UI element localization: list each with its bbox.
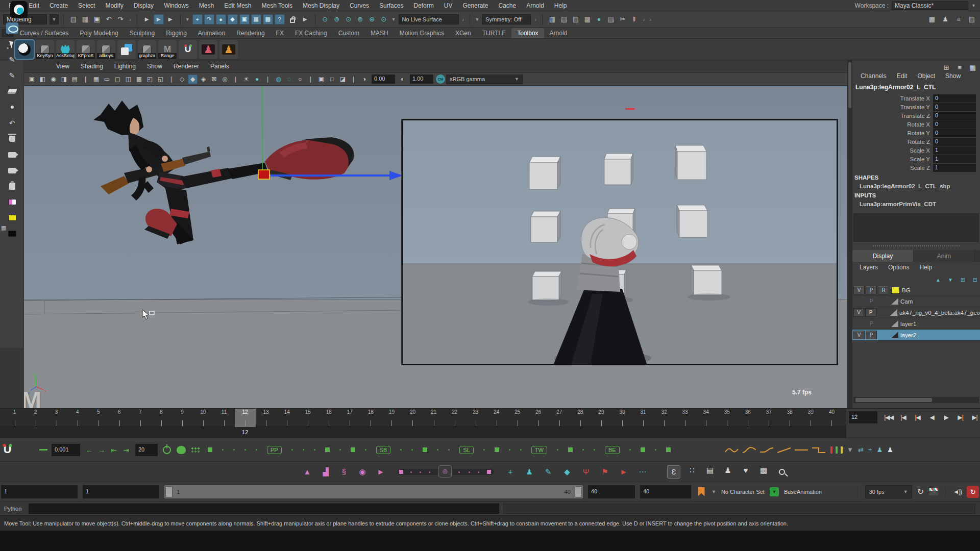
playback-end-field[interactable]: 40 xyxy=(588,485,635,498)
anim-marker-strip[interactable]: PPSBSLTWBE xyxy=(205,446,720,454)
strip-label-sl[interactable]: SL xyxy=(459,446,473,454)
magnify-icon[interactable] xyxy=(776,467,786,477)
layer-color-swatch[interactable] xyxy=(891,287,900,294)
channel-speed-icon[interactable]: ≡ xyxy=(954,62,965,72)
timeline-frame-8[interactable]: 8 xyxy=(151,409,172,427)
attribute-value-field[interactable]: 1 xyxy=(933,155,976,163)
shelf-item-kfpros[interactable]: KFproS xyxy=(77,40,95,59)
insert-key-icon[interactable]: + xyxy=(868,446,872,454)
command-input[interactable] xyxy=(29,504,499,514)
panel-menu-view[interactable]: View xyxy=(52,62,74,71)
timeline-frame-10[interactable]: 10 xyxy=(192,409,213,427)
channel-menu-show[interactable]: Show xyxy=(941,71,965,81)
strip-dot-mark[interactable] xyxy=(582,449,584,450)
key-green-icon[interactable] xyxy=(836,446,838,454)
layer-name[interactable]: layer1 xyxy=(900,321,916,327)
construction-dropdown-icon[interactable]: ▼ xyxy=(391,17,396,22)
channel-menu-object[interactable]: Object xyxy=(913,71,939,81)
strip-square-mark[interactable] xyxy=(666,447,671,452)
input-node-name[interactable]: Luna3p:armorPrimVis_CDT xyxy=(860,201,936,207)
film-gate-icon[interactable]: ▭ xyxy=(102,74,112,84)
layer-row-cam[interactable]: PCam xyxy=(852,296,980,307)
range-start-handle[interactable] xyxy=(165,486,173,497)
timeline-frame-6[interactable]: 6 xyxy=(109,409,130,427)
attribute-label[interactable]: Rotate X xyxy=(852,121,933,128)
prev-key-icon[interactable]: ← xyxy=(84,445,94,455)
tangent-clamped-icon[interactable] xyxy=(759,446,774,454)
maya-logo-icon[interactable] xyxy=(10,1,28,18)
timeline-frame-20[interactable]: 20 xyxy=(402,409,423,427)
strip-square-mark[interactable] xyxy=(423,447,427,452)
attribute-value-field[interactable]: 1 xyxy=(933,164,976,172)
animbot-red-icon[interactable]: ↻ xyxy=(967,486,979,498)
motion-blur-icon[interactable]: ◌ xyxy=(284,74,294,84)
go-to-end-button[interactable]: ▶| xyxy=(968,411,980,424)
shelf-item-allkeys[interactable]: allkeys xyxy=(97,40,115,59)
image-plane-icon[interactable]: ▤ xyxy=(70,74,80,84)
menu-mesh-display[interactable]: Mesh Display xyxy=(298,1,344,10)
layer-row-layer1[interactable]: Player1 xyxy=(852,318,980,330)
attribute-value-field[interactable]: 0 xyxy=(933,112,976,120)
bookmark-icon[interactable]: ◨ xyxy=(59,74,69,84)
attribute-label[interactable]: Scale Z xyxy=(852,165,933,171)
shelf-tab-rendering[interactable]: Rendering xyxy=(231,28,270,38)
layer-reference-toggle[interactable]: R xyxy=(878,286,889,294)
blob-icon[interactable] xyxy=(176,445,186,455)
strip-dot-mark[interactable] xyxy=(411,449,413,450)
strip-dot-mark[interactable] xyxy=(557,449,558,450)
attribute-value-field[interactable]: 1 xyxy=(933,146,976,155)
next-sel-key-icon[interactable]: ⇥ xyxy=(121,445,131,455)
view-3d[interactable]: 5.7 fps M y x z xyxy=(24,86,847,408)
channel-menu-channels[interactable]: Channels xyxy=(856,71,891,81)
layer-reference-toggle[interactable] xyxy=(878,297,889,306)
shelf-tab-mash[interactable]: MASH xyxy=(365,28,394,38)
shelf-tab-animation[interactable]: Animation xyxy=(192,28,231,38)
menuset-dropdown-icon[interactable]: ▼ xyxy=(50,14,59,24)
strip-dot-mark[interactable] xyxy=(222,449,224,450)
channel-hyperbolic-icon[interactable]: ▦ xyxy=(968,62,978,72)
heart-tool-icon[interactable]: ♥ xyxy=(740,465,752,475)
shelf-tab-rigging[interactable]: Rigging xyxy=(160,28,192,38)
lock-selection-icon[interactable] xyxy=(287,14,298,24)
clipboard-icon[interactable] xyxy=(6,181,18,192)
swap-keys-icon[interactable]: ⇄ xyxy=(858,446,864,454)
shelf-tab-fx-caching[interactable]: FX Caching xyxy=(289,28,333,38)
safe-action-icon[interactable]: ◰ xyxy=(145,74,155,84)
spreadsheet-icon[interactable]: ▤ xyxy=(704,465,716,475)
workspace-dropdown-icon[interactable]: ▼ xyxy=(971,3,976,8)
panel-menu-panels[interactable]: Panels xyxy=(206,62,234,71)
shelf-tab-fx[interactable]: FX xyxy=(271,28,289,38)
attribute-value-field[interactable]: 0 xyxy=(933,94,976,103)
tab-display[interactable]: Display xyxy=(852,250,914,262)
layer-menu-layers[interactable]: Layers xyxy=(855,263,882,272)
layer-color-swatch[interactable] xyxy=(891,332,898,338)
snap-grid-icon[interactable]: + xyxy=(192,14,203,24)
playback-start-field[interactable]: 1 xyxy=(83,485,159,498)
attribute-editor-icon[interactable]: ≡ xyxy=(953,14,964,24)
layer-visible-toggle[interactable] xyxy=(853,319,865,328)
layer-name[interactable]: Cam xyxy=(900,298,913,305)
key-yellow-icon[interactable] xyxy=(841,446,843,454)
attribute-label[interactable]: Scale X xyxy=(852,147,933,154)
layer-playback-toggle[interactable]: P xyxy=(866,331,877,339)
lighting-icon[interactable]: ☀ xyxy=(241,74,251,84)
select-camera-icon[interactable]: ▣ xyxy=(27,74,37,84)
horizontal-scrollbar[interactable] xyxy=(853,397,979,403)
pen-tool-icon[interactable]: ✎ xyxy=(542,467,554,477)
timeline-frame-31[interactable]: 31 xyxy=(633,409,654,427)
shelf-tab-motion-graphics[interactable]: Motion Graphics xyxy=(394,28,450,38)
timeline-frame-4[interactable]: 4 xyxy=(67,409,88,427)
timeline-frame-38[interactable]: 38 xyxy=(779,409,800,427)
timeline-frame-13[interactable]: 13 xyxy=(256,409,277,427)
shape-node-name[interactable]: Luna3p:legArmor02_L_CTL_shp xyxy=(860,183,950,189)
power-icon[interactable] xyxy=(162,445,172,455)
timeline-frame-30[interactable]: 30 xyxy=(611,409,632,427)
next-key-icon[interactable]: → xyxy=(96,445,107,455)
step-forward-key-button[interactable]: ▶| xyxy=(953,411,967,424)
eraser-icon[interactable] xyxy=(6,86,18,97)
more-dots-icon[interactable]: ⋯ xyxy=(636,467,649,477)
timeline-frame-39[interactable]: 39 xyxy=(800,409,821,427)
ipr-render-icon[interactable]: ▤ xyxy=(571,14,581,24)
strip-label-tw[interactable]: TW xyxy=(531,446,547,454)
highlight-selection-icon[interactable]: ► xyxy=(300,14,310,24)
